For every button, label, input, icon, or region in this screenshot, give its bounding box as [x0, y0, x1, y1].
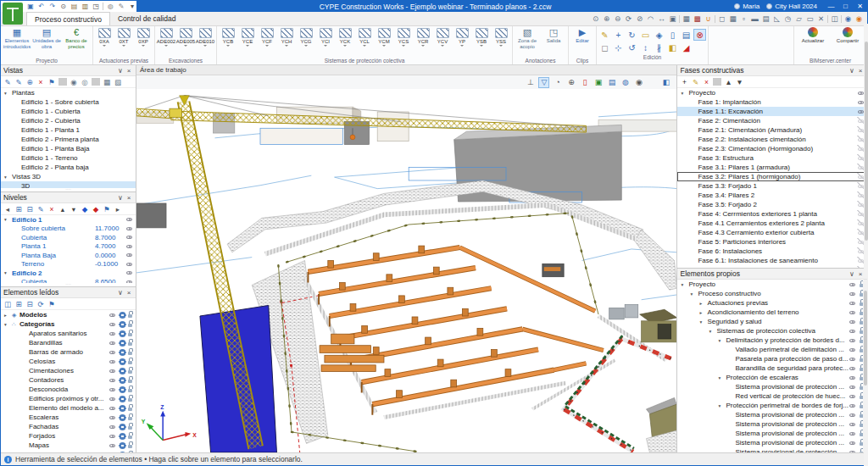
visibility-eye-icon[interactable] — [849, 402, 857, 409]
unit-code-button[interactable]: ADE010 — [196, 27, 214, 48]
app-logo-icon[interactable] — [3, 3, 23, 25]
unit-code-button[interactable]: YCB — [219, 27, 237, 48]
lock-icon[interactable] — [127, 441, 134, 449]
elemento-leido-row[interactable]: Barandillas — [1, 338, 136, 347]
visibility-eye-icon[interactable] — [125, 242, 134, 250]
visibility-eye-icon[interactable] — [849, 392, 857, 400]
annotate-icon[interactable]: ✎ — [117, 3, 125, 11]
tree-arrow-icon[interactable]: ▾ — [718, 403, 726, 408]
elemento-leido-row[interactable]: Aparatos sanitarios — [1, 329, 136, 338]
nivel-row[interactable]: ▾Edificio 2 — [1, 269, 136, 278]
unit-code-button[interactable]: YCS — [394, 27, 413, 48]
scrollbar[interactable] — [863, 280, 867, 452]
delete-phase-icon[interactable]: × — [702, 78, 710, 86]
zoom-in-icon[interactable]: ⊕ — [602, 14, 611, 23]
link-icon[interactable]: ◫ — [3, 300, 12, 308]
vistas-tree-item[interactable]: Edificio 2 - Planta baja — [1, 163, 136, 172]
align-icon[interactable]: ▯ — [666, 29, 679, 41]
viewport-3d-scene[interactable]: Z X Y — [136, 89, 676, 452]
erase-icon[interactable]: ◢ — [680, 42, 693, 53]
web-icon[interactable]: ◉ — [843, 14, 853, 23]
excavation-beam-grid[interactable] — [308, 246, 603, 415]
collapse-icon[interactable]: ∨ — [116, 289, 125, 297]
visibility-eye-icon[interactable] — [108, 441, 117, 449]
elemento-propio-row[interactable]: Sistema provisional de protección ... — [677, 438, 867, 447]
elemento-propio-row[interactable]: ▾Protección perimetral de bordes de forj… — [677, 401, 867, 410]
move-down-icon[interactable]: ▾ — [70, 205, 78, 214]
fase-row[interactable]: Fase 4: Cerrmientos exteriores 1 planta — [677, 209, 867, 219]
vistas-tree-item[interactable]: Edificio 1 - Planta 1 — [1, 125, 136, 135]
fase-row[interactable]: Fase 6.1: Instalaciones de saneamiento — [677, 256, 867, 265]
visibility-eye-icon[interactable] — [108, 451, 117, 452]
collapse-icon[interactable]: ∨ — [848, 270, 856, 278]
unit-code-button[interactable]: YSB — [472, 27, 491, 48]
orbit-icon[interactable]: ◔ — [552, 77, 563, 88]
visibility-eye-icon[interactable] — [108, 330, 117, 337]
visibility-eye-icon[interactable] — [125, 252, 134, 259]
visibility-eye-icon[interactable] — [108, 386, 117, 393]
elemento-leido-row[interactable]: Elemento del modelo a... — [1, 403, 136, 413]
user-badge[interactable]: Maria — [734, 3, 760, 10]
paint-red-icon[interactable]: ◆ — [92, 205, 100, 214]
elemento-leido-row[interactable]: Cimentaciones — [1, 366, 136, 375]
elemento-propio-row[interactable]: Sistema provisional de protección ... — [677, 382, 867, 391]
pan-icon[interactable]: ◠ — [646, 14, 655, 23]
search-icon[interactable]: ⊙ — [59, 3, 68, 11]
tab-control-de-calidad[interactable]: Control de calidad — [110, 12, 184, 25]
lock-icon[interactable] — [127, 348, 134, 356]
visibility-eye-icon[interactable] — [125, 216, 134, 224]
unit-code-button[interactable]: YSS — [492, 27, 510, 48]
scroll-left-icon[interactable]: ◂ — [3, 205, 12, 214]
nivel-row[interactable]: Planta Baja0.0000 — [1, 251, 136, 260]
annotation-icon[interactable]: ▭ — [805, 14, 815, 23]
vistas-tree-item[interactable]: 3D — [1, 181, 136, 188]
elemento-propio-row[interactable]: Sistema provisional de protección ... — [677, 410, 867, 419]
more-icon[interactable]: ▾ — [128, 3, 136, 11]
panel-resize-grip[interactable]: ···· — [1, 283, 136, 286]
visibility-eye-icon[interactable] — [849, 420, 857, 428]
delete-view-icon[interactable]: × — [36, 78, 45, 86]
edit-level-icon[interactable]: ✎ — [36, 205, 45, 214]
elemento-leido-row[interactable]: Fachadas — [1, 422, 136, 431]
keyboard-icon[interactable]: ▤ — [761, 14, 771, 23]
visibility-eye-icon[interactable] — [849, 364, 857, 372]
split-icon[interactable]: ∦ — [653, 42, 665, 53]
visibility-eye-icon[interactable] — [108, 339, 117, 347]
lock-icon[interactable] — [127, 339, 134, 347]
fase-row[interactable]: Fase 4.3 Cerramiento exterior cubierta — [677, 228, 867, 237]
vistas-tree-item[interactable]: Edificio 1 - Cubierta — [1, 107, 136, 116]
visibility-eye-icon[interactable] — [849, 299, 857, 307]
zoom-previous-icon[interactable]: ⊘ — [635, 14, 644, 23]
fase-row[interactable]: Fase 3.3: Forjado 1 — [677, 181, 867, 191]
elemento-propio-row[interactable]: Barandilla de seguridad para protec... — [677, 363, 867, 373]
visibility-eye-icon[interactable] — [108, 395, 117, 402]
ribbon-button[interactable]: ◳Salida — [541, 27, 566, 44]
visibility-eye-icon[interactable] — [108, 367, 117, 374]
settings-icon[interactable] — [119, 340, 126, 347]
viewport-tool-icon[interactable] — [647, 77, 658, 88]
tree-arrow-icon[interactable]: ▾ — [709, 329, 716, 334]
visibility-eye-icon[interactable] — [108, 404, 117, 412]
close-button[interactable]: ✕ — [853, 3, 867, 10]
ortho-icon[interactable]: ◻ — [717, 14, 726, 23]
unit-code-button[interactable]: YCV — [433, 27, 452, 48]
unit-code-button[interactable]: YCI — [316, 27, 335, 48]
settings-icon[interactable] — [119, 386, 126, 393]
settings-icon[interactable] — [119, 321, 126, 328]
workspace-tab[interactable]: Área de trabajo — [136, 65, 676, 75]
visibility-eye-icon[interactable] — [849, 308, 857, 316]
fase-row[interactable]: Fase 3.4: Pilares 2 — [677, 191, 867, 200]
visibility-eye-icon[interactable] — [849, 318, 857, 325]
elemento-propio-row[interactable]: Red vertical de protección de huec... — [677, 391, 867, 401]
view-tool-icon[interactable] — [715, 15, 715, 23]
view-tool-icon[interactable] — [679, 15, 680, 23]
settings-icon[interactable] — [119, 358, 126, 365]
print-config-icon[interactable]: ▥ — [81, 3, 90, 11]
visibility-eye-icon[interactable] — [849, 430, 857, 437]
edit-phase-icon[interactable]: ✎ — [691, 78, 699, 86]
tree-arrow-icon[interactable]: ▸ — [4, 313, 12, 318]
unit-code-button[interactable]: YCL — [355, 27, 374, 48]
elemento-propio-row[interactable]: ▸Actuaciones previas — [677, 298, 867, 308]
elemento-propio-row[interactable]: ▾Sistemas de protección colectiva — [677, 326, 867, 336]
fase-row[interactable]: Fase 1: Implantación — [677, 97, 867, 107]
